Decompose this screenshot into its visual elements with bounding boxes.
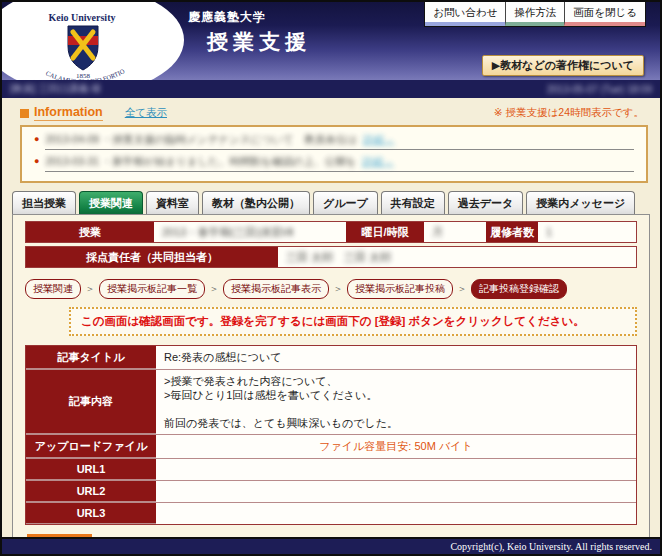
copyright-text: Copyright(c), Keio University. All right… [450,541,652,552]
breadcrumb-separator: ＞ [457,282,467,296]
app-window: Keio University 1858 CALAMVS GLADIO FORT… [0,0,662,556]
breadcrumb-article-list[interactable]: 授業掲示板記事一覧 [99,279,205,299]
info-item-text: 2013-03-31 ・新学期が始まりました。時間割を確認の上、公開を [45,155,356,169]
enrolled-label: 履修者数 [486,222,538,242]
materials-copyright-button[interactable]: ▶教材などの著作権について [482,55,644,76]
bullet-icon: ● [34,156,39,166]
table-row: URL2 [26,481,636,503]
help-button[interactable]: 操作方法 [505,2,564,26]
url1-label: URL1 [26,459,156,480]
close-screen-button[interactable]: 画面を閉じる [564,2,645,26]
current-datetime: 2013-05-07 (Tue) 18:09 [547,84,652,95]
breadcrumb: 授業関連 ＞ 授業掲示板記事一覧 ＞ 授業掲示板記事表示 ＞ 授業掲示板記事投稿… [25,279,637,299]
tab-past-data[interactable]: 過去データ [448,191,524,214]
keio-logo: Keio University 1858 CALAMVS GLADIO FORT… [2,2,184,80]
upload-capacity-note: ファイル容量目安: 50M バイト [156,435,636,458]
info-item-link[interactable]: 詳細→ [362,155,394,169]
article-title-label: 記事タイトル [26,346,156,369]
tab-materials[interactable]: 教材（塾内公開） [202,191,310,214]
info-item-link[interactable]: 詳細→ [363,133,395,147]
tab-assigned-classes[interactable]: 担当授業 [12,191,76,214]
day-period-label: 曜日/時限 [346,222,424,242]
breadcrumb-confirm-current: 記事投稿登録確認 [471,279,567,299]
upload-file-label: アップロードファイル [26,435,156,458]
class-value: 2013・春学期(三田)演習Ⅰ/Ⅱ [154,222,346,242]
url2-value [156,481,636,502]
breadcrumb-separator: ＞ [85,282,95,296]
information-header: Information 全て表示 ※ 授業支援は24時間表示です。 [20,105,648,121]
contact-button[interactable]: お問い合わせ [425,2,505,26]
app-title: 授業支援 [207,28,311,56]
breadcrumb-separator: ＞ [333,282,343,296]
user-bar: [教員] 三田口講義 様 2013-05-07 (Tue) 18:09 [2,80,660,98]
url2-label: URL2 [26,481,156,502]
bullet-icon: ● [34,134,39,144]
logged-in-user: [教員] 三田口講義 様 [10,82,101,96]
table-row: URL3 [26,503,636,524]
table-row: アップロードファイル ファイル容量目安: 50M バイト [26,435,636,459]
article-body-label: 記事内容 [26,370,156,434]
information-square-icon [20,109,29,118]
main-content: Information 全て表示 ※ 授業支援は24時間表示です。 ● 2013… [2,98,660,537]
class-info-row2: 採点責任者（共同担当者） 三田 太郎 三田 太郎 [25,246,637,268]
breadcrumb-class-related[interactable]: 授業関連 [25,279,81,299]
grader-label: 採点責任者（共同担当者） [26,247,278,267]
breadcrumb-article-view[interactable]: 授業掲示板記事表示 [223,279,329,299]
information-box: ● 2013-04-09 ・授業支援の臨時メンテナンスについて 教員各位は 詳細… [20,125,648,183]
page-header: Keio University 1858 CALAMVS GLADIO FORT… [2,2,660,80]
list-item: ● 2013-04-09 ・授業支援の臨時メンテナンスについて 教員各位は 詳細… [34,133,634,150]
keio-crest-icon: 1858 CALAMVS GLADIO FORTIOR [28,22,138,80]
university-name: 慶應義塾大学 [188,9,266,26]
tab-class-messages[interactable]: 授業内メッセージ [526,191,635,214]
class-label: 授業 [26,222,154,242]
table-row: 記事タイトル Re:発表の感想について [26,346,636,370]
list-item: ● 2013-03-31 ・新学期が始まりました。時間割を確認の上、公開を 詳細… [34,155,634,172]
breadcrumb-separator: ＞ [209,282,219,296]
table-row: URL1 [26,459,636,481]
info-item-text: 2013-04-09 ・授業支援の臨時メンテナンスについて 教員各位は [45,133,357,147]
tab-document-room[interactable]: 資料室 [146,191,199,214]
article-title-value: Re:発表の感想について [156,346,636,369]
url3-label: URL3 [26,503,156,524]
grader-value: 三田 太郎 三田 太郎 [278,247,636,267]
tab-bar: 担当授業 授業関連 資料室 教材（塾内公開） グループ 共有設定 過去データ 授… [12,191,650,214]
breadcrumb-article-post[interactable]: 授業掲示板記事投稿 [347,279,453,299]
class-info-row1: 授業 2013・春学期(三田)演習Ⅰ/Ⅱ 曜日/時限 月 履修者数 1 [25,221,637,243]
header-nav: お問い合わせ 操作方法 画面を閉じる [424,2,646,27]
day-period-value: 月 [424,222,486,242]
article-confirm-table: 記事タイトル Re:発表の感想について 記事内容 >授業で発表された内容について… [25,345,637,525]
confirmation-notice: この画面は確認画面です。登録を完了するには画面下の [登録] ボタンをクリックし… [69,307,637,336]
article-body-value: >授業で発表された内容について、 >毎回ひとり1回は感想を書いてください。 前回… [156,370,636,434]
show-all-link[interactable]: 全て表示 [125,106,167,120]
tab-class-related[interactable]: 授業関連 [79,191,143,214]
table-row: 記事内容 >授業で発表された内容について、 >毎回ひとり1回は感想を書いてくださ… [26,370,636,435]
tab-share-settings[interactable]: 共有設定 [381,191,445,214]
information-title: Information [34,105,103,121]
page-footer: Copyright(c), Keio University. All right… [2,537,660,554]
url3-value [156,503,636,524]
24hour-note: ※ 授業支援は24時間表示です。 [494,106,644,120]
tab-panel: 授業 2013・春学期(三田)演習Ⅰ/Ⅱ 曜日/時限 月 履修者数 1 採点責任… [12,214,650,537]
url1-value [156,459,636,480]
tab-group[interactable]: グループ [313,191,378,214]
enrolled-value: 1 [538,222,636,242]
